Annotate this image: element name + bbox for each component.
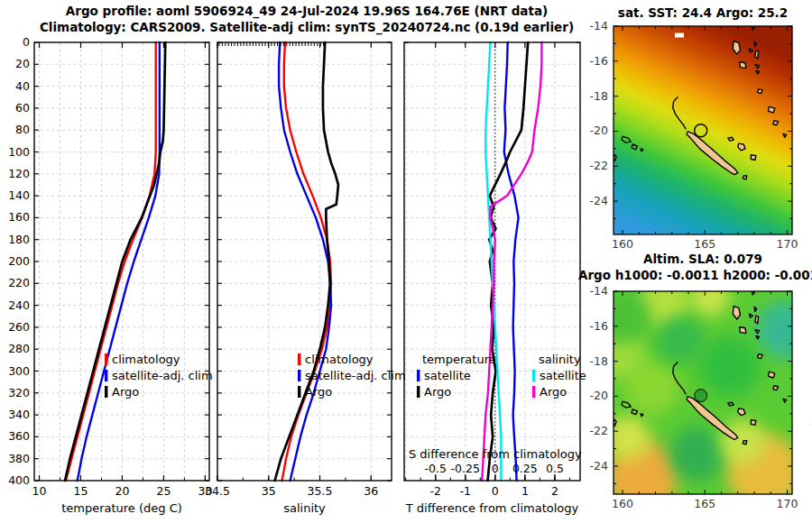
depth-tick-label: 120: [8, 167, 30, 180]
sla-anomaly-patch: [699, 335, 761, 397]
map-lon-label: 160: [612, 497, 633, 510]
island: [769, 106, 775, 113]
x-tick-label: 10: [32, 484, 47, 498]
legend-label: climatology: [305, 353, 374, 366]
panel-temperature-(deg-c): 1015202530020406080100120140160180200220…: [8, 35, 212, 498]
map-lon-label: 160: [612, 237, 633, 251]
missing-data-patch: [675, 33, 684, 38]
map-lat-label: -22: [590, 424, 608, 437]
island: [743, 441, 747, 445]
legend-label: Argo: [112, 385, 139, 399]
island: [758, 354, 763, 359]
map-lat-label: -24: [590, 459, 608, 473]
depth-tick-label: 340: [8, 408, 30, 421]
island: [743, 176, 747, 179]
island: [751, 420, 756, 426]
depth-tick-label: 0: [23, 35, 30, 49]
panel-t-difference-from-climatology: -2-1012temperaturesatelliteArgosalinitys…: [404, 42, 586, 498]
legend-label: climatology: [112, 353, 180, 366]
map-lon-label: 170: [777, 497, 798, 510]
island: [773, 386, 779, 390]
map-lon-label: 170: [777, 237, 798, 251]
depth-tick-label: 260: [8, 320, 30, 334]
depth-tick-label: 380: [8, 452, 30, 465]
map-lat-label: -16: [590, 319, 608, 333]
sst-map: 160165170-14-16-18-20-22-24: [590, 19, 798, 251]
sla-anomaly-patch: [605, 416, 651, 461]
island: [751, 155, 756, 161]
depth-tick-label: 220: [8, 276, 30, 289]
x-tick-label: 35: [262, 484, 276, 498]
map-lat-label: -22: [590, 159, 608, 172]
map-lat-label: -18: [590, 354, 608, 368]
sla-anomaly-patch: [657, 317, 704, 363]
island: [740, 62, 746, 69]
s-diff-axis-label: S difference from climatology: [409, 447, 582, 461]
map-lat-label: -18: [590, 89, 608, 103]
map-lat-label: -16: [590, 54, 608, 68]
legend-label: Argo: [305, 385, 332, 399]
legend-marker: [298, 353, 300, 365]
x-tick-label: 36: [364, 484, 378, 498]
legend-marker: [417, 386, 420, 398]
x-tick-label: -2: [429, 484, 440, 498]
sla-anomaly-patch: [690, 277, 730, 317]
depth-tick-label: 80: [15, 123, 30, 136]
argo-profile-figure: Argo profile: aoml 5906924_49 24-Jul-202…: [0, 0, 812, 523]
depth-tick-label: 360: [8, 429, 30, 443]
legend-marker: [105, 370, 107, 381]
x-tick-label: 1: [521, 484, 529, 498]
map-lat-label: -20: [590, 389, 608, 402]
map-lon-label: 165: [694, 497, 715, 510]
legend-marker: [105, 386, 107, 398]
map-lat-label: -14: [590, 284, 608, 298]
sst-field: [614, 26, 792, 234]
depth-tick-label: 60: [15, 101, 30, 115]
legend-marker: [298, 386, 300, 398]
legend-marker: [417, 370, 420, 381]
island: [755, 50, 759, 59]
depth-tick-label: 400: [8, 473, 30, 487]
depth-tick-label: 280: [8, 342, 30, 355]
s-tick-label: 0: [492, 462, 499, 475]
legend-group-header: salinity: [539, 353, 581, 366]
legend-label: satellite: [540, 369, 586, 382]
depth-tick-label: 200: [8, 254, 30, 268]
x-tick-label: 2: [551, 484, 558, 498]
s-tick-label: 0.25: [512, 462, 538, 475]
x-tick-label: 20: [115, 484, 130, 498]
depth-tick-label: 20: [15, 57, 30, 70]
island: [769, 372, 775, 378]
series-t-satellite: [504, 42, 519, 481]
x-tick-label: -1: [460, 484, 471, 498]
legend-label: Argo: [540, 385, 567, 399]
sla-map: 160165170-14-16-18-20-22-24: [590, 277, 812, 513]
sla-anomaly-patch: [757, 301, 812, 359]
legend-marker: [532, 370, 535, 381]
depth-tick-label: 320: [8, 386, 30, 399]
x-tick-label: 0: [492, 484, 499, 498]
legend-marker: [298, 370, 300, 381]
map-lat-label: -14: [590, 19, 608, 32]
argo-float-marker: [695, 390, 707, 402]
depth-tick-label: 180: [8, 233, 30, 246]
legend-label: Argo: [424, 385, 451, 399]
sla-anomaly-patch: [595, 290, 650, 344]
x-tick-label: 25: [156, 484, 171, 498]
x-tick-label: 35.5: [308, 484, 333, 498]
x-tick-label: 34.5: [205, 484, 230, 498]
legend-label: satellite: [424, 369, 471, 382]
depth-tick-label: 240: [8, 298, 30, 312]
legend-marker: [105, 353, 107, 365]
depth-tick-label: 160: [8, 210, 30, 224]
depth-tick-label: 140: [8, 188, 30, 202]
s-tick-label: 0.5: [546, 462, 564, 475]
x-tick-label: 15: [74, 484, 88, 498]
s-tick-label: -0.5: [425, 462, 447, 475]
map-lon-label: 165: [694, 237, 715, 251]
panel-salinity: 34.53535.536climatologysatellite-adj. cl…: [205, 42, 406, 498]
map-lat-label: -20: [590, 124, 608, 137]
depth-tick-label: 40: [15, 79, 30, 93]
legend-group-header: temperature: [422, 353, 496, 366]
island: [758, 89, 763, 94]
